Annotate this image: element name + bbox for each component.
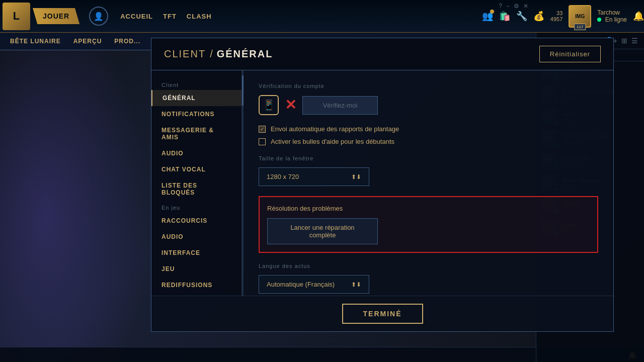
sidebar-item-liste-bloques[interactable]: LISTE DES BLOQUÉS bbox=[151, 177, 242, 201]
social-list-icon[interactable]: ☰ bbox=[631, 37, 638, 45]
window-size-label: Taille de la fenêtre bbox=[259, 155, 598, 161]
tips-checkbox[interactable] bbox=[259, 138, 266, 145]
verification-x-icon: ✕ bbox=[285, 98, 296, 112]
nav-clash[interactable]: CLASH bbox=[187, 13, 212, 20]
user-info: Tarchow En ligne bbox=[597, 9, 627, 23]
settings-sidebar: Client GÉNÉRAL NOTIFICATIONS MESSAGERIE … bbox=[151, 70, 242, 296]
username: Tarchow bbox=[597, 9, 627, 16]
language-label: Langue des actus bbox=[259, 263, 598, 269]
sidebar-item-audio[interactable]: AUDIO bbox=[151, 145, 242, 161]
sidebar-scrollbar bbox=[242, 70, 244, 296]
nav-links: ACCUEIL TFT CLASH bbox=[120, 13, 211, 20]
repair-button[interactable]: Lancer une réparation complète bbox=[267, 218, 378, 244]
currency-display: 33 4957 bbox=[550, 10, 562, 22]
user-status: En ligne bbox=[597, 16, 627, 23]
breadcrumb-general: GÉNÉRAL bbox=[217, 48, 273, 60]
social-view-icon[interactable]: ⊞ bbox=[621, 37, 627, 45]
settings-header: CLIENT / GÉNÉRAL Réinitialiser bbox=[151, 38, 613, 70]
sidebar-item-audio-jeu[interactable]: AUDIO bbox=[151, 229, 242, 245]
tips-label: Activer les bulles d'aide pour les début… bbox=[271, 138, 394, 145]
reset-button[interactable]: Réinitialiser bbox=[539, 46, 601, 62]
notifications-bell[interactable]: 🔔 bbox=[633, 11, 644, 22]
settings-panel: CLIENT / GÉNÉRAL Réinitialiser Client GÉ… bbox=[151, 38, 614, 332]
currency-icon[interactable]: 💰 bbox=[533, 11, 544, 22]
resolution-label: Résolution des problèmes bbox=[267, 205, 590, 212]
settings-button[interactable]: ⚙ bbox=[514, 3, 519, 10]
subnav-bete-lunaire[interactable]: BÊTE LUNAIRE bbox=[10, 38, 61, 45]
logo-button[interactable]: L bbox=[3, 3, 30, 30]
phone-icon: 📱 bbox=[259, 95, 279, 115]
sidebar-item-interface[interactable]: INTERFACE bbox=[151, 245, 242, 261]
window-size-section: Taille de la fenêtre 644 x 362 ⬆⬇ bbox=[259, 155, 598, 186]
profile-icon[interactable]: 👤 bbox=[89, 7, 108, 26]
crashreport-checkbox[interactable] bbox=[259, 126, 266, 133]
window-controls: ? − ⚙ ✕ bbox=[499, 3, 528, 10]
nav-tft[interactable]: TFT bbox=[163, 13, 177, 20]
sidebar-item-general[interactable]: GÉNÉRAL bbox=[151, 90, 242, 106]
nav-accueil[interactable]: ACCUEIL bbox=[120, 13, 153, 20]
scrollbar-thumb bbox=[242, 75, 244, 106]
crashreport-checkbox-row[interactable]: Envoi automatique des rapports de planta… bbox=[259, 125, 598, 133]
subnav-produits[interactable]: PROD... bbox=[114, 38, 140, 45]
user-avatar[interactable]: IMG 117 bbox=[569, 5, 591, 28]
sidebar-item-jeu[interactable]: JEU bbox=[151, 261, 242, 277]
sidebar-section-enjeu: En jeu bbox=[151, 201, 242, 213]
tips-checkbox-row[interactable]: Activer les bulles d'aide pour les début… bbox=[259, 138, 598, 145]
crashreport-label: Envoi automatique des rapports de planta… bbox=[271, 125, 399, 133]
window-size-dropdown[interactable]: 644 x 362 ⬆⬇ bbox=[259, 167, 369, 186]
rp-amount: 33 bbox=[556, 10, 562, 16]
account-verify-section: Vérification du compte 📱 ✕ Vérifiez-moi bbox=[259, 83, 598, 115]
subnav-apercu[interactable]: APERÇU bbox=[73, 38, 102, 45]
background-character bbox=[0, 0, 151, 362]
friend-icon[interactable]: 👥 bbox=[482, 11, 493, 22]
online-status-dot bbox=[597, 18, 601, 22]
level-badge: 117 bbox=[574, 24, 586, 30]
finish-button[interactable]: TERMINÉ bbox=[342, 304, 423, 324]
play-button[interactable]: JOUER bbox=[33, 8, 79, 24]
sidebar-item-messagerie[interactable]: MESSAGERIE & AMIS bbox=[151, 122, 242, 145]
store-icon[interactable]: 🛍️ bbox=[499, 11, 510, 22]
breadcrumb-client: CLIENT bbox=[164, 48, 206, 60]
help-button[interactable]: ? bbox=[499, 3, 502, 10]
sidebar-item-notifications[interactable]: NOTIFICATIONS bbox=[151, 106, 242, 122]
language-dropdown[interactable]: Automatique (Français) ⬆⬇ bbox=[259, 275, 369, 294]
sidebar-section-client: Client bbox=[151, 78, 242, 90]
window-size-value: 644 x 362 bbox=[267, 173, 299, 180]
breadcrumb-slash: / bbox=[210, 48, 213, 60]
settings-body: Client GÉNÉRAL NOTIFICATIONS MESSAGERIE … bbox=[151, 70, 613, 296]
sidebar-item-raccourcis[interactable]: RACCOURCIS bbox=[151, 213, 242, 229]
resolution-section: Résolution des problèmes Lancer une répa… bbox=[259, 196, 598, 253]
settings-content: Vérification du compte 📱 ✕ Vérifiez-moi … bbox=[244, 70, 613, 296]
friend-notification-dot bbox=[490, 10, 494, 14]
account-verify-label: Vérification du compte bbox=[259, 83, 598, 89]
dropdown-arrow-icon: ⬆⬇ bbox=[351, 173, 361, 180]
language-section: Langue des actus Automatique (Français) … bbox=[259, 263, 598, 294]
sidebar-item-chat-vocal[interactable]: CHAT VOCAL bbox=[151, 161, 242, 177]
top-navigation: L JOUER 👤 ACCUEIL TFT CLASH 👥 🛍️ 🔧 💰 33 … bbox=[0, 0, 644, 33]
finish-btn-container: TERMINÉ bbox=[151, 296, 613, 331]
sidebar-item-rediffusions[interactable]: REDIFFUSIONS bbox=[151, 277, 242, 293]
language-value: Automatique (Français) bbox=[267, 281, 335, 288]
verify-row: 📱 ✕ Vérifiez-moi bbox=[259, 95, 598, 115]
be-amount: 4957 bbox=[550, 16, 562, 22]
minimize-button[interactable]: − bbox=[506, 3, 510, 10]
verify-me-button[interactable]: Vérifiez-moi bbox=[302, 96, 378, 115]
close-button[interactable]: ✕ bbox=[523, 3, 528, 10]
tools-icon[interactable]: 🔧 bbox=[516, 11, 527, 22]
settings-title: CLIENT / GÉNÉRAL bbox=[164, 48, 273, 60]
language-dropdown-arrow-icon: ⬆⬇ bbox=[351, 281, 361, 288]
